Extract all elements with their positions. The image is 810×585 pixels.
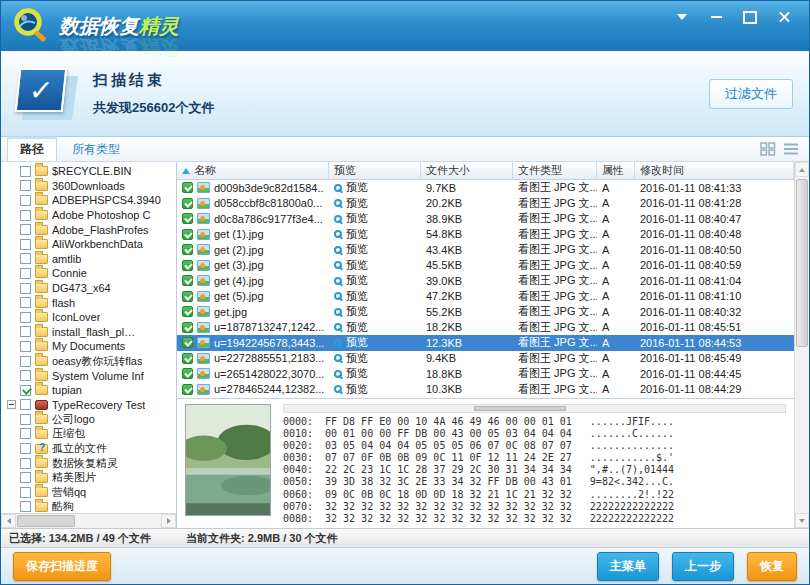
file-checkbox[interactable]	[182, 368, 193, 379]
maximize-icon[interactable]	[739, 9, 761, 25]
tree-item[interactable]: Adobe Photoshop C	[1, 208, 176, 223]
list-vertical-scrollbar[interactable]	[794, 162, 809, 528]
tree-item[interactable]: My Documents	[1, 339, 176, 354]
column-header-name[interactable]: 名称	[177, 162, 329, 179]
tree-checkbox[interactable]	[20, 501, 31, 512]
preview-link[interactable]: 预览	[346, 242, 368, 257]
hex-scroll-thumb[interactable]	[474, 406, 566, 411]
file-row[interactable]: get (5).jpg 预览 47.2KB 看图王 JPG 文... A 201…	[177, 289, 794, 305]
file-checkbox[interactable]	[182, 337, 193, 348]
file-row[interactable]: get.jpg 预览 55.2KB 看图王 JPG 文... A 2016-01…	[177, 304, 794, 320]
tree-item[interactable]: amtlib	[1, 252, 176, 267]
expand-icon[interactable]	[7, 400, 16, 409]
tree-checkbox[interactable]	[20, 341, 31, 352]
tree-checkbox[interactable]	[20, 224, 31, 235]
tree-checkbox[interactable]	[20, 253, 31, 264]
minimize-icon[interactable]	[705, 9, 727, 25]
tree-checkbox[interactable]	[20, 268, 31, 279]
tree-checkbox[interactable]	[20, 385, 31, 396]
file-row[interactable]: d0c8a786c9177f3e4... 预览 38.9KB 看图王 JPG 文…	[177, 211, 794, 227]
file-row[interactable]: get (2).jpg 预览 43.4KB 看图王 JPG 文... A 201…	[177, 242, 794, 258]
file-checkbox[interactable]	[182, 229, 193, 240]
tree-item[interactable]: IconLover	[1, 310, 176, 325]
preview-link[interactable]: 预览	[346, 351, 368, 366]
tree-checkbox[interactable]	[20, 472, 31, 483]
tree-item[interactable]: 360Downloads	[1, 179, 176, 194]
tree-item[interactable]: flash	[1, 295, 176, 310]
column-header-type[interactable]: 文件类型	[513, 162, 597, 179]
hex-scrollbar[interactable]	[283, 404, 786, 413]
tree-item[interactable]: 营销qq	[1, 485, 176, 500]
file-row[interactable]: d058ccbf8c81800a0... 预览 20.2KB 看图王 JPG 文…	[177, 196, 794, 212]
tab-all-types[interactable]: 所有类型	[59, 136, 133, 161]
column-header-size[interactable]: 文件大小	[421, 162, 513, 179]
preview-link[interactable]: 预览	[346, 320, 368, 335]
close-icon[interactable]	[773, 9, 795, 25]
tree-item[interactable]: AliWorkbenchData	[1, 237, 176, 252]
tree-item[interactable]: 数据恢复精灵	[1, 456, 176, 471]
dropdown-icon[interactable]	[671, 9, 693, 25]
tree-scroll-track[interactable]	[16, 514, 161, 528]
column-header-modified[interactable]: 修改时间	[635, 162, 794, 179]
tree-item[interactable]: 压缩包	[1, 427, 176, 442]
scroll-down-icon[interactable]	[795, 513, 809, 528]
recover-button[interactable]: 恢复	[747, 552, 797, 581]
list-scroll-track[interactable]	[795, 177, 809, 513]
tree-item[interactable]: Connie	[1, 266, 176, 281]
tree-checkbox[interactable]	[20, 458, 31, 469]
tree-checkbox[interactable]	[20, 210, 31, 221]
file-checkbox[interactable]	[182, 322, 193, 333]
file-row[interactable]: u=278465244,12382... 预览 10.3KB 看图王 JPG 文…	[177, 382, 794, 398]
file-checkbox[interactable]	[182, 213, 193, 224]
file-row[interactable]: get (4).jpg 预览 39.0KB 看图王 JPG 文... A 201…	[177, 273, 794, 289]
preview-link[interactable]: 预览	[346, 382, 368, 397]
tree-item[interactable]: 酷狗	[1, 500, 176, 513]
preview-link[interactable]: 预览	[346, 258, 368, 273]
preview-link[interactable]: 预览	[346, 180, 368, 195]
tree-checkbox[interactable]	[20, 487, 31, 498]
tree-horizontal-scrollbar[interactable]	[1, 513, 176, 528]
scroll-right-icon[interactable]	[161, 514, 176, 528]
preview-link[interactable]: 预览	[346, 366, 368, 381]
file-row[interactable]: u=1878713247,1242... 预览 18.2KB 看图王 JPG 文…	[177, 320, 794, 336]
tree-item[interactable]: 孤立的文件	[1, 441, 176, 456]
tab-path[interactable]: 路径	[7, 136, 57, 161]
tree-item[interactable]: Adobe_FlashProfes	[1, 222, 176, 237]
detail-view-icon[interactable]	[783, 142, 799, 156]
tree-checkbox[interactable]	[20, 180, 31, 191]
tree-checkbox[interactable]	[20, 195, 31, 206]
tree-scroll-thumb[interactable]	[17, 515, 75, 527]
file-checkbox[interactable]	[182, 306, 193, 317]
tree-item[interactable]: 精美图片	[1, 470, 176, 485]
tree-item[interactable]: ADBEPHSPCS4.3940	[1, 193, 176, 208]
tree-checkbox[interactable]	[20, 297, 31, 308]
tree-checkbox[interactable]	[20, 326, 31, 337]
preview-link[interactable]: 预览	[346, 211, 368, 226]
tree-item[interactable]: TypeRecovery Test	[1, 398, 176, 413]
list-scroll-thumb[interactable]	[796, 179, 808, 347]
preview-link[interactable]: 预览	[346, 273, 368, 288]
tree-checkbox[interactable]	[20, 414, 31, 425]
filter-files-button[interactable]: 过滤文件	[709, 79, 793, 109]
tree-item[interactable]: 公司logo	[1, 412, 176, 427]
file-checkbox[interactable]	[182, 275, 193, 286]
preview-link[interactable]: 预览	[346, 196, 368, 211]
file-row[interactable]: u=2272885551,2183... 预览 9.4KB 看图王 JPG 文.…	[177, 351, 794, 367]
file-row[interactable]: d009b3de9c82d1584... 预览 9.7KB 看图王 JPG 文.…	[177, 180, 794, 196]
save-scan-progress-button[interactable]: 保存扫描进度	[13, 552, 111, 581]
tree-item[interactable]: install_flash_pl…	[1, 325, 176, 340]
tree-checkbox[interactable]	[20, 283, 31, 294]
file-checkbox[interactable]	[182, 182, 193, 193]
tree-checkbox[interactable]	[20, 428, 31, 439]
tree-checkbox[interactable]	[20, 239, 31, 250]
column-header-attr[interactable]: 属性	[597, 162, 635, 179]
tree-checkbox[interactable]	[20, 356, 31, 367]
file-checkbox[interactable]	[182, 291, 193, 302]
tree-checkbox[interactable]	[20, 443, 31, 454]
file-checkbox[interactable]	[182, 384, 193, 395]
file-checkbox[interactable]	[182, 198, 193, 209]
preview-link[interactable]: 预览	[346, 227, 368, 242]
preview-link[interactable]: 预览	[346, 289, 368, 304]
tree-item[interactable]: $RECYCLE.BIN	[1, 164, 176, 179]
back-button[interactable]: 上一步	[672, 552, 734, 581]
